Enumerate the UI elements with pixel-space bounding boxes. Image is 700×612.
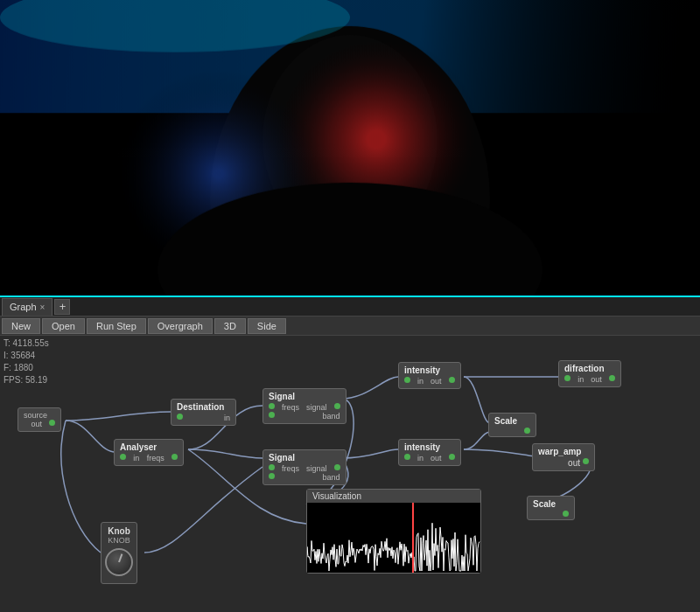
add-tab-button[interactable]: + — [54, 299, 70, 315]
analyser-freqs-port[interactable] — [172, 454, 178, 460]
intensity1-node[interactable]: intensity in out — [398, 362, 461, 389]
intensity2-title: intensity — [404, 442, 455, 452]
intensity1-out-port[interactable] — [449, 377, 455, 383]
signal1-out-port[interactable] — [334, 403, 340, 409]
destination-in-port[interactable] — [177, 414, 183, 420]
scale2-out-port[interactable] — [563, 511, 569, 517]
destination-title: Destination — [177, 402, 230, 412]
scale1-node[interactable]: Scale — [488, 413, 536, 437]
graph-tab-label: Graph — [10, 302, 37, 312]
signal1-node[interactable]: Signal freqs signal band — [262, 388, 346, 424]
visualization-canvas — [307, 503, 480, 573]
visualization-node[interactable]: Visualization — [306, 489, 481, 574]
preview-area — [0, 0, 700, 297]
toolbar: New Open Run Step Overgraph 3D Side — [0, 316, 700, 336]
open-button[interactable]: Open — [42, 318, 85, 334]
warp-amp-node[interactable]: warp_amp out — [532, 443, 595, 471]
signal2-out-port[interactable] — [334, 464, 340, 470]
3d-button[interactable]: 3D — [214, 318, 246, 334]
tab-bar: Graph × + — [0, 297, 700, 316]
signal1-freqs-port[interactable] — [269, 403, 275, 409]
signal1-title: Signal — [269, 392, 340, 401]
intensity1-in-port[interactable] — [404, 377, 410, 383]
intensity1-title: intensity — [404, 365, 455, 375]
signal1-band-port[interactable] — [269, 412, 275, 418]
intensity2-node[interactable]: intensity in out — [398, 439, 461, 466]
graph-panel: Graph × + New Open Run Step Overgraph 3D… — [0, 297, 700, 612]
intensity2-in-port[interactable] — [404, 454, 410, 460]
new-button[interactable]: New — [2, 318, 40, 334]
analyser-title: Analyser — [120, 442, 178, 452]
difraction-title: difraction — [564, 364, 615, 373]
difraction-out-port[interactable] — [609, 375, 615, 381]
source-label: source — [24, 411, 47, 420]
scale2-node[interactable]: Scale — [527, 496, 575, 520]
signal2-title: Signal — [269, 453, 340, 462]
scale1-out-port[interactable] — [524, 428, 530, 434]
signal2-band-port[interactable] — [269, 473, 275, 479]
source-node[interactable]: source out — [18, 407, 61, 432]
destination-node[interactable]: Destination in — [171, 399, 236, 426]
overgraph-button[interactable]: Overgraph — [148, 318, 213, 334]
visualization-title: Visualization — [307, 490, 480, 503]
warp-amp-out-port[interactable] — [583, 458, 589, 464]
knob-title: Knob — [105, 526, 133, 536]
knob-label: KNOB — [105, 536, 133, 545]
difraction-in-port[interactable] — [564, 375, 570, 381]
warp-amp-title: warp_amp — [538, 447, 589, 456]
scale1-title: Scale — [494, 416, 530, 426]
source-out-port[interactable] — [49, 420, 55, 426]
red-line — [412, 503, 414, 573]
analyser-node[interactable]: Analyser in freqs — [114, 439, 184, 466]
graph-tab[interactable]: Graph × — [2, 298, 52, 316]
preview-canvas — [0, 0, 700, 296]
analyser-in-port[interactable] — [120, 454, 126, 460]
scale2-title: Scale — [533, 499, 569, 509]
difraction-node[interactable]: difraction in out — [558, 360, 621, 387]
waveform-svg — [307, 503, 480, 573]
side-button[interactable]: Side — [248, 318, 286, 334]
tab-close-icon[interactable]: × — [40, 303, 46, 312]
node-canvas: source out Destination in Analyser in fr… — [0, 336, 700, 612]
knob-node[interactable]: Knob KNOB — [101, 522, 137, 584]
intensity2-out-port[interactable] — [449, 454, 455, 460]
signal2-node[interactable]: Signal freqs signal band — [262, 449, 346, 485]
run-step-button[interactable]: Run Step — [87, 318, 146, 334]
knob-control[interactable] — [105, 548, 133, 576]
signal2-freqs-port[interactable] — [269, 464, 275, 470]
